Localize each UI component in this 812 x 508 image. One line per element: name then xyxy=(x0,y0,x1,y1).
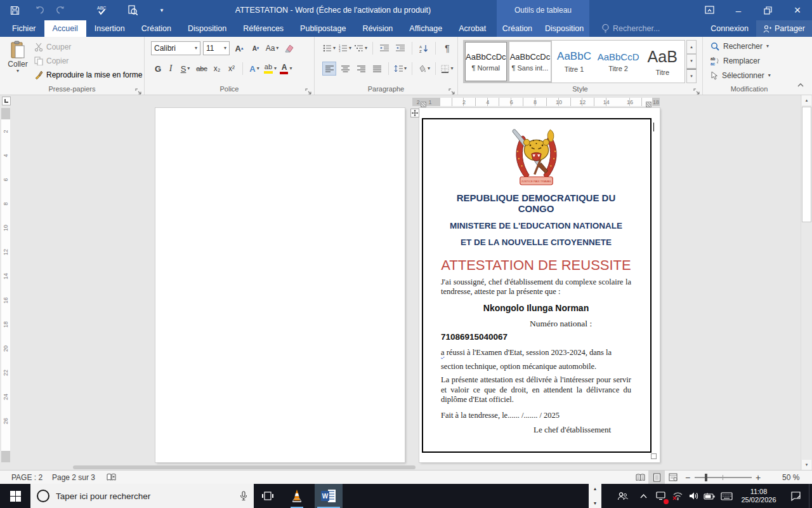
table-border-marker-icon[interactable] xyxy=(421,102,426,107)
style-gallery-expand-button[interactable]: ▾ xyxy=(686,69,697,83)
style-scroll-down-button[interactable]: ▾ xyxy=(686,54,697,68)
spelling-check-icon[interactable]: ABC xyxy=(95,4,109,17)
font-family-combo[interactable]: Calibri ▾ xyxy=(151,41,200,55)
save-icon[interactable] xyxy=(8,4,22,17)
increase-indent-button[interactable] xyxy=(393,41,407,55)
taskbar-clock[interactable]: 11:08 25/02/2026 xyxy=(735,484,783,508)
taskbar-search[interactable] xyxy=(30,484,254,508)
read-mode-button[interactable] xyxy=(632,471,648,484)
status-page-info[interactable]: Page 2 sur 3 xyxy=(52,471,95,484)
connexion-button[interactable]: Connexion xyxy=(710,20,749,37)
ribbon-tab[interactable]: Acrobat xyxy=(450,20,494,37)
qat-customize-caret-icon[interactable]: ▾ xyxy=(155,4,169,17)
style-item-heading2[interactable]: AaBbCcD Titre 2 xyxy=(596,41,641,83)
style-item-heading1[interactable]: AaBbC Titre 1 xyxy=(552,41,596,83)
start-button[interactable] xyxy=(0,484,30,508)
ribbon-tab[interactable]: Publipostage xyxy=(292,20,354,37)
align-left-button[interactable] xyxy=(322,62,336,76)
table-border-marker-icon[interactable] xyxy=(646,102,652,107)
proofing-errors-icon[interactable] xyxy=(107,471,116,484)
vertical-scrollbar[interactable]: ▴ ▾ xyxy=(801,95,811,470)
taskbar-overflow-scroll[interactable]: ▴ ▾ xyxy=(589,484,601,508)
decrease-indent-button[interactable] xyxy=(377,41,391,55)
overflow-down-icon[interactable]: ▾ xyxy=(594,500,596,506)
table-resize-handle[interactable] xyxy=(651,453,657,459)
zoom-out-button[interactable]: − xyxy=(685,471,690,484)
borders-button[interactable]: ▾ xyxy=(440,62,454,76)
italic-button[interactable]: I xyxy=(166,62,176,76)
shading-button[interactable]: ▾ xyxy=(417,62,431,76)
subscript-button[interactable]: x₂ xyxy=(211,62,223,76)
network-disconnected-icon[interactable] xyxy=(669,484,686,508)
style-item-no-spacing[interactable]: AaBbCcDc ¶ Sans int... xyxy=(508,41,553,83)
tell-me-search-input[interactable] xyxy=(613,24,670,33)
format-painter-button[interactable]: Reproduire la mise en forme xyxy=(34,70,142,79)
font-color-button[interactable]: A▾ xyxy=(279,62,293,76)
paste-button[interactable]: Coller ▾ xyxy=(5,41,30,86)
strikethrough-button[interactable]: abc xyxy=(195,62,209,76)
zoom-in-button[interactable]: + xyxy=(756,471,761,484)
styles-dialog-launcher-icon[interactable] xyxy=(693,86,700,92)
collapse-ribbon-button[interactable] xyxy=(796,81,806,90)
ribbon-tab[interactable]: Disposition xyxy=(180,20,235,37)
page-right[interactable]: JUSTICE PAIX TRAVAIL REPUBLIQUE DEMOCRAT… xyxy=(419,108,660,462)
style-item-normal[interactable]: AaBbCcDc ¶ Normal xyxy=(464,41,508,83)
print-layout-button[interactable] xyxy=(648,471,665,484)
web-layout-button[interactable] xyxy=(665,471,681,484)
share-button[interactable]: Partager xyxy=(756,20,812,37)
show-formatting-button[interactable]: ¶ xyxy=(440,41,454,55)
redo-icon[interactable] xyxy=(53,4,67,17)
replace-button[interactable]: abac Remplacer xyxy=(710,57,760,65)
status-page-label[interactable]: PAGE : 2 xyxy=(11,471,43,484)
restore-button[interactable] xyxy=(753,0,782,20)
bullets-button[interactable]: ▾ xyxy=(322,41,336,55)
close-button[interactable]: × xyxy=(783,0,812,20)
scroll-up-button[interactable]: ▴ xyxy=(802,95,811,105)
ribbon-tab[interactable]: Références xyxy=(235,20,292,37)
ribbon-tab[interactable]: Création xyxy=(133,20,180,37)
taskbar-search-input[interactable] xyxy=(56,491,233,501)
ribbon-tab[interactable]: Insertion xyxy=(86,20,133,37)
zoom-slider-track[interactable] xyxy=(695,477,752,478)
minimize-button[interactable]: – xyxy=(724,0,753,20)
copy-button[interactable]: Copier xyxy=(34,57,69,65)
multilevel-list-button[interactable]: ▾ xyxy=(354,41,368,55)
tray-chevron-icon[interactable] xyxy=(634,484,652,508)
paragraph-dialog-launcher-icon[interactable] xyxy=(449,86,455,92)
justify-button[interactable] xyxy=(370,62,384,76)
vertical-ruler[interactable]: 2468101214161820222426 xyxy=(1,108,10,462)
tell-me-search[interactable] xyxy=(601,20,670,37)
select-button[interactable]: Sélectionner ▾ xyxy=(710,71,771,80)
vertical-scrollbar-thumb[interactable] xyxy=(802,107,811,222)
page-left[interactable] xyxy=(155,108,405,462)
text-highlight-button[interactable]: ab▾ xyxy=(263,62,277,76)
grow-font-button[interactable]: A▴ xyxy=(232,41,246,55)
ribbon-tab[interactable]: Affichage xyxy=(401,20,450,37)
print-preview-icon[interactable] xyxy=(126,4,140,17)
vlc-taskbar-icon[interactable] xyxy=(284,484,310,508)
horizontal-scrollbar-thumb[interactable] xyxy=(73,465,416,469)
contextual-ribbon-tab[interactable]: Création xyxy=(496,20,539,37)
clipboard-dialog-launcher-icon[interactable] xyxy=(135,86,141,92)
action-center-icon[interactable] xyxy=(784,484,807,508)
change-case-button[interactable]: Aa▾ xyxy=(265,41,279,55)
line-spacing-button[interactable]: ▾ xyxy=(393,62,407,76)
touch-keyboard-icon[interactable] xyxy=(717,484,736,508)
tab-selector[interactable] xyxy=(2,97,11,105)
ribbon-display-options-button[interactable] xyxy=(695,0,724,20)
font-dialog-launcher-icon[interactable] xyxy=(305,86,311,92)
bold-button[interactable]: G xyxy=(152,62,164,76)
zoom-slider-thumb[interactable] xyxy=(705,474,707,481)
attestation-table[interactable]: JUSTICE PAIX TRAVAIL REPUBLIQUE DEMOCRAT… xyxy=(422,118,652,453)
microphone-icon[interactable] xyxy=(240,491,247,502)
scroll-down-button[interactable]: ▾ xyxy=(802,460,811,470)
shrink-font-button[interactable]: A▾ xyxy=(249,41,263,55)
contextual-ribbon-tab[interactable]: Disposition xyxy=(539,20,590,37)
style-scroll-up-button[interactable]: ▴ xyxy=(686,40,697,54)
style-item-title[interactable]: AaB Titre xyxy=(640,41,684,83)
font-size-combo[interactable]: 11 ▾ xyxy=(203,41,230,55)
superscript-button[interactable]: x² xyxy=(225,62,238,76)
clear-formatting-button[interactable] xyxy=(282,41,296,55)
people-icon[interactable] xyxy=(612,484,633,508)
sort-button[interactable]: AZ xyxy=(417,41,431,55)
